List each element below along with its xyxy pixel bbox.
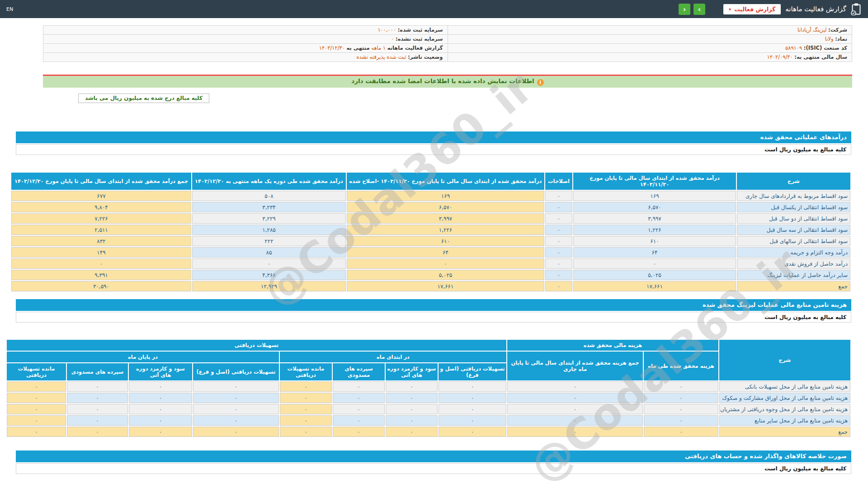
value-cell: ۴,۳۶۶ [192,270,346,280]
value-cell: ۵۰۸ [192,191,346,201]
value-cell: ۰ [129,415,192,426]
revenue-table: شرح درآمد محقق شده از ابتدای سال مالی تا… [10,172,851,292]
row-label-cell: جمع [719,427,850,437]
value-cell: ۰ [545,281,572,291]
revenue-table-body: سود اقساط مربوط به قراردادهای سال جاری۱۶… [11,191,850,291]
topbar-right-group: گزارش فعالیت ماهانه گزارش فعالیت ▾ › ‹ [679,3,862,15]
value-cell: ۰ [129,393,192,403]
info-value: ۱۴۰۲/۰۹/۳۰ [767,54,793,60]
group-header-facilities: تسهیلات دریافتی [7,340,506,351]
table-total-row: جمع۰۰۰۰۰۰۰۰۰۰ [7,427,850,437]
value-cell: ۰ [67,427,128,437]
value-cell: ۰ [545,202,572,212]
report-type-button[interactable]: گزارش فعالیت ▾ [723,4,781,14]
amounts-unit-note: کلیه مبالغ درج شده به میلیون ریال می باش… [78,94,209,103]
info-label: سال مالی منتهی به: [794,54,847,60]
registered-capital-row: سرمایه ثبت شده: ۱۰۰,۰۰۰ [43,26,448,34]
value-cell: ۳۰,۵۹۰ [11,281,191,291]
value-cell: ۳,۲۲۹ [192,213,346,224]
row-label-cell: سود اقساط انتقالی از سه سال قبل [737,225,850,235]
col-header-sharh: شرح [719,340,850,380]
value-cell: ۰ [507,404,643,414]
value-cell: ۰ [644,427,718,437]
value-cell: ۰ [333,427,385,437]
value-cell: ۰ [129,381,192,392]
table-row: هزینه تامین منابع مالی از محل تسهیلات با… [7,381,850,392]
info-label: وضعیت ناشر: [408,54,443,60]
info-label: کد صنعت (ISIC): [804,45,847,51]
fiscal-year-row: سال مالی منتهی به: ۱۴۰۲/۰۹/۳۰ [448,53,852,61]
language-toggle[interactable]: EN [6,6,13,12]
value-cell: ۰ [644,404,718,414]
value-cell: ۶۱۰ [573,236,736,246]
value-cell: ۰ [11,258,191,269]
col-header-month: درآمد محقق شده طی دوره یک ماهه منتهی به … [192,173,346,190]
value-cell: ۰ [67,404,128,414]
value-cell: ۰ [7,381,66,392]
value-cell: ۵,۰۲۵ [573,270,736,280]
col-header-begin-future-fee: سود و کارمزد دوره های آتی [386,363,438,380]
row-label-cell: هزینه تامین منابع مالی از محل تسهیلات با… [719,381,850,392]
value-cell: ۰ [193,415,279,426]
group-header-begin-month: در ابتدای ماه [280,352,506,362]
table-row: سود اقساط انتقالی از سه سال قبل۱,۲۲۶۰۱,۲… [11,225,850,235]
unregistered-capital-row: سرمایه ثبت نشده: ۰ [43,35,448,43]
value-cell: ۰ [280,404,332,414]
value-cell: ۰ [545,213,572,224]
ticker-row: نماد: ولانا [448,35,852,43]
value-cell: ۰ [280,415,332,426]
value-cell: ۰ [7,427,66,437]
table-row: هزینه تامین منابع مالی از محل اوراق مشار… [7,393,850,403]
value-cell: ۰ [193,427,279,437]
col-header-end-principal: تسهیلات دریافتی (اصل و فرع) [193,363,279,380]
value-cell: ۸۵ [192,247,346,258]
value-cell: ۰ [280,393,332,403]
col-header-adjustments: اصلاحات [545,173,572,190]
chevron-right-icon: › [698,5,701,14]
section-unit-note: کلیه مبالغ به میلیون ریال است [16,463,851,474]
value-cell: ۶,۵۷۰ [573,202,736,212]
table-row: هزینه تامین منابع مالی از محل سایر منابع… [7,415,850,426]
value-cell: ۰ [507,381,643,392]
col-header-end-blocked: سپرده های مسدودی [67,363,128,380]
value-cell: ۹,۸۰۴ [11,202,191,212]
report-type-label: گزارش فعالیت [734,6,775,13]
row-label-cell: درآمد حاصل از فروش نقدی [737,258,850,269]
col-header-begin-blocked: سپرده های مسدودی [333,363,385,380]
value-cell: ۰ [129,427,192,437]
isic-code-row: کد صنعت (ISIC): ۵۸۹۱۰۹ [448,44,852,52]
info-value: لیزینگ آریادانا [797,27,826,33]
value-cell: ۰ [507,393,643,403]
value-cell: ۰ [347,258,544,269]
value-cell: ۰ [439,415,506,426]
value-cell: ۰ [644,393,718,403]
value-cell: ۰ [386,404,438,414]
section-operating-revenue: درآمدهای عملیاتی محقق شده کلیه مبالغ به … [16,131,851,292]
value-cell: ۶۱۰ [347,236,544,246]
col-header-cost-ytd: جمع هزینه محقق شده از ابتدای سال مالی تا… [507,352,643,380]
value-cell: ۰ [193,393,279,403]
info-value: ثبت شده پذیرفته نشده [356,54,406,60]
value-cell: ۱۶۹ [347,191,544,201]
value-cell: ۱۷,۶۶۱ [573,281,736,291]
info-value: ولانا [825,36,834,42]
value-cell: ۱۴۹ [11,247,191,258]
notice-text: اطلاعات نمایش داده شده با اطلاعات امضا ش… [351,77,534,84]
info-label: نماد: [835,36,847,42]
value-cell: ۰ [333,415,385,426]
section-financing-cost: هزینه تامین منابع مالی عملیات لیزینگ محق… [16,299,851,438]
section-header: صورت خلاصه کالاهای واگذار شده و حساب های… [16,450,851,462]
info-label: سرمایه ثبت نشده: [396,36,443,42]
value-cell: ۶,۵۷۰ [347,202,544,212]
info-value: ۰ [391,36,394,42]
value-cell: ۰ [573,258,736,269]
nav-back-button[interactable]: ‹ [679,4,690,15]
topbar: گزارش فعالیت ماهانه گزارش فعالیت ▾ › ‹ E… [0,0,868,18]
value-cell: ۰ [280,427,332,437]
section-unit-note: کلیه مبالغ به میلیون ریال است [16,144,851,155]
value-cell: ۰ [67,393,128,403]
section-goods-receivables: صورت خلاصه کالاهای واگذار شده و حساب های… [16,450,851,488]
info-value: ۵۸۹۱۰۹ [785,45,802,51]
nav-forward-button[interactable]: › [693,4,705,15]
page-title: گزارش فعالیت ماهانه [785,5,846,13]
